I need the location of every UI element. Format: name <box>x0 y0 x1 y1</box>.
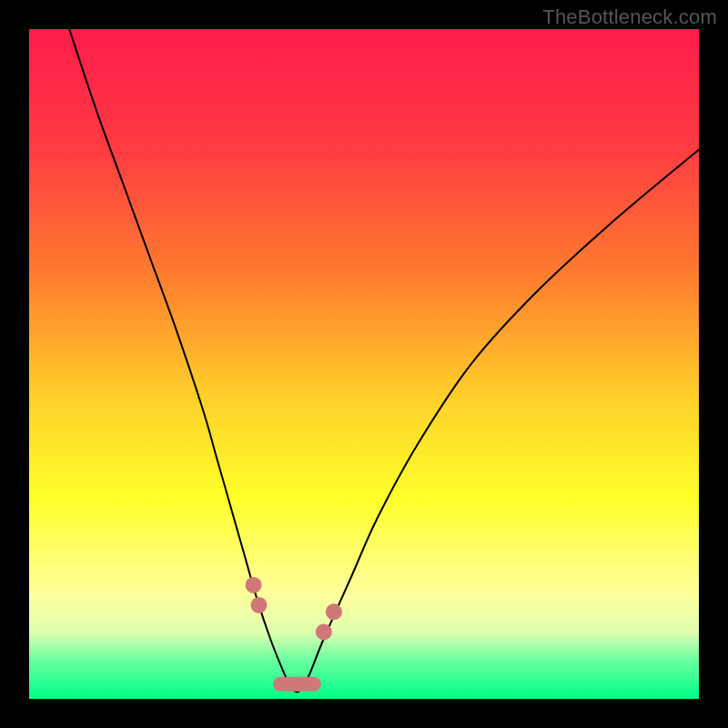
marker-capsule <box>273 677 321 692</box>
watermark-text: TheBottleneck.com <box>542 5 717 29</box>
plot-area <box>29 29 699 699</box>
marker-dot <box>326 603 342 620</box>
curve-layer <box>29 29 699 699</box>
marker-dot <box>316 623 332 640</box>
highlight-markers <box>246 577 342 692</box>
bottleneck-curve <box>69 29 699 693</box>
marker-dot <box>250 597 267 613</box>
marker-dot <box>246 577 262 593</box>
chart-frame: TheBottleneck.com <box>0 0 728 728</box>
